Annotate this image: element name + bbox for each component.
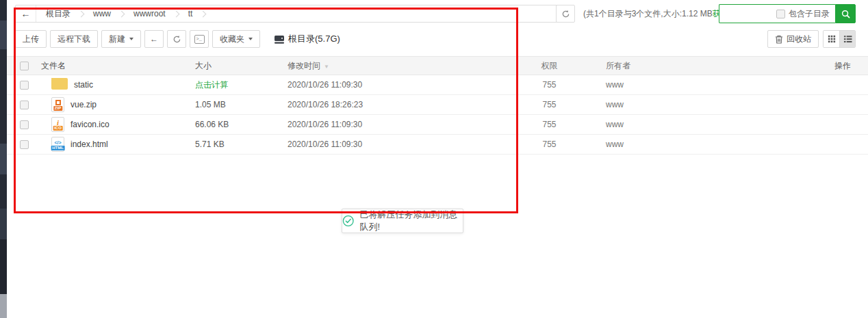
back-button[interactable]: ← bbox=[144, 30, 164, 48]
chevron-right-icon bbox=[200, 10, 207, 17]
file-type-badge: ZIP bbox=[53, 106, 62, 111]
file-icon-slot: iICO bbox=[51, 117, 64, 132]
recycle-bin-button[interactable]: 回收站 bbox=[767, 30, 819, 48]
file-size: 66.06 KB bbox=[195, 120, 288, 129]
file-type-badge: ICO bbox=[53, 126, 63, 131]
toolbar-right: 回收站 bbox=[767, 30, 856, 48]
header-permission[interactable]: 权限 bbox=[507, 60, 592, 72]
include-subdir-label: 包含子目录 bbox=[789, 8, 830, 20]
header-filename[interactable]: 文件名 bbox=[41, 60, 195, 72]
file-name[interactable]: favicon.ico bbox=[71, 120, 110, 129]
ico-file-icon: iICO bbox=[51, 117, 64, 132]
check-circle-icon bbox=[342, 214, 354, 228]
file-name[interactable]: vue.zip bbox=[71, 100, 97, 109]
grid-view-icon bbox=[828, 35, 836, 43]
file-permission: 755 bbox=[507, 140, 592, 149]
file-owner: www bbox=[592, 140, 729, 149]
chevron-down-icon bbox=[129, 38, 133, 40]
search-icon bbox=[841, 9, 851, 19]
breadcrumb-item[interactable]: 根目录 bbox=[36, 8, 73, 20]
row-checkbox[interactable] bbox=[20, 120, 29, 129]
panel-sidebar-edge bbox=[0, 0, 7, 318]
file-size[interactable]: 点击计算 bbox=[195, 79, 288, 91]
stats-text: (共1个目录与3个文件,大小:1.12 MB bbox=[583, 8, 713, 20]
toast-notification: 已将解压任务添加到消息队列! bbox=[342, 209, 463, 233]
terminal-button[interactable]: >_ bbox=[190, 30, 209, 48]
table-row[interactable]: static 点击计算 2020/10/26 11:09:30 755 www bbox=[7, 75, 868, 95]
file-name[interactable]: static bbox=[74, 80, 93, 90]
table-row[interactable]: </>HTML index.html 5.71 KB 2020/10/26 11… bbox=[7, 135, 868, 155]
favorites-button-label: 收藏夹 bbox=[220, 34, 244, 45]
zip-glyph bbox=[55, 100, 61, 105]
file-mtime: 2020/10/26 11:09:30 bbox=[288, 120, 507, 129]
header-size[interactable]: 大小 bbox=[195, 60, 288, 72]
file-icon-slot: ZIP bbox=[51, 97, 64, 112]
file-table: 文件名 大小 修改时间▼ 权限 所有者 操作 static 点击计算 2020/… bbox=[7, 56, 868, 155]
file-glyph: </> bbox=[54, 140, 61, 145]
upload-button[interactable]: 上传 bbox=[15, 30, 47, 48]
refresh-icon bbox=[173, 35, 181, 44]
search-input[interactable]: 包含子目录 bbox=[719, 4, 835, 23]
breadcrumb: ← 根目录wwwwwwroottt bbox=[15, 5, 558, 23]
toolbar: 上传 远程下载 新建 ← >_ 收藏夹 根目录(5.7G) bbox=[15, 30, 856, 48]
file-mtime: 2020/10/26 11:09:30 bbox=[288, 140, 507, 149]
refresh-icon bbox=[561, 10, 570, 18]
table-header: 文件名 大小 修改时间▼ 权限 所有者 操作 bbox=[7, 56, 868, 75]
trash-icon bbox=[775, 35, 783, 44]
table-body: static 点击计算 2020/10/26 11:09:30 755 www … bbox=[7, 75, 868, 155]
table-row[interactable]: iICO favicon.ico 66.06 KB 2020/10/26 11:… bbox=[7, 115, 868, 135]
new-button-label: 新建 bbox=[109, 34, 125, 45]
file-icon-slot bbox=[51, 78, 68, 92]
reload-button[interactable] bbox=[167, 30, 186, 48]
file-permission: 755 bbox=[507, 100, 592, 109]
remote-download-button[interactable]: 远程下载 bbox=[50, 30, 98, 48]
list-view-icon bbox=[843, 35, 852, 43]
select-all-checkbox[interactable] bbox=[20, 62, 29, 70]
file-mtime: 2020/10/26 11:09:30 bbox=[288, 80, 507, 90]
sort-desc-icon: ▼ bbox=[324, 64, 329, 70]
grid-view-button[interactable] bbox=[824, 31, 839, 47]
row-checkbox[interactable] bbox=[20, 101, 29, 109]
favorites-button[interactable]: 收藏夹 bbox=[212, 30, 260, 48]
toast-message: 已将解压任务添加到消息队列! bbox=[359, 209, 463, 233]
header-action: 操作 bbox=[729, 60, 868, 72]
root-disk-text: 根目录(5.7G) bbox=[288, 33, 340, 45]
zip-file-icon: ZIP bbox=[51, 97, 64, 112]
breadcrumb-item[interactable]: tt bbox=[179, 9, 196, 18]
file-type-badge: HTML bbox=[51, 146, 65, 150]
view-toggle bbox=[823, 30, 856, 48]
row-checkbox[interactable] bbox=[20, 140, 29, 149]
header-owner[interactable]: 所有者 bbox=[592, 60, 729, 72]
search-area: 包含子目录 bbox=[719, 4, 856, 23]
file-owner: www bbox=[592, 100, 729, 109]
breadcrumb-item[interactable]: www bbox=[84, 9, 114, 18]
breadcrumb-item[interactable]: wwwroot bbox=[124, 9, 168, 18]
terminal-icon: >_ bbox=[194, 35, 205, 44]
file-size: 1.05 MB bbox=[195, 100, 288, 109]
new-button[interactable]: 新建 bbox=[101, 30, 141, 48]
root-disk-label[interactable]: 根目录(5.7G) bbox=[275, 33, 340, 45]
refresh-button[interactable] bbox=[556, 5, 575, 23]
list-view-button[interactable] bbox=[839, 31, 855, 47]
header-mtime[interactable]: 修改时间▼ bbox=[288, 60, 507, 72]
file-mtime: 2020/10/26 18:26:23 bbox=[288, 100, 507, 109]
breadcrumb-items: 根目录wwwwwwroottt bbox=[36, 5, 205, 22]
search-button[interactable] bbox=[835, 4, 856, 23]
file-icon-slot: </>HTML bbox=[51, 137, 64, 153]
include-subdir-checkbox[interactable] bbox=[776, 10, 785, 18]
file-owner: www bbox=[592, 120, 729, 129]
file-manager: ← 根目录wwwwwwroottt (共1个目录与3个文件,大小:1.12 MB… bbox=[7, 0, 868, 318]
row-checkbox[interactable] bbox=[20, 81, 29, 90]
chevron-down-icon bbox=[248, 38, 253, 40]
file-permission: 755 bbox=[507, 80, 592, 90]
file-permission: 755 bbox=[507, 120, 592, 129]
hard-drive-icon bbox=[275, 35, 284, 44]
table-row[interactable]: ZIP vue.zip 1.05 MB 2020/10/26 18:26:23 … bbox=[7, 95, 868, 115]
html-file-icon: </>HTML bbox=[51, 137, 64, 152]
file-name[interactable]: index.html bbox=[71, 140, 108, 149]
file-owner: www bbox=[592, 80, 729, 90]
back-arrow-icon[interactable]: ← bbox=[16, 5, 36, 22]
directory-stats: (共1个目录与3个文件,大小:1.12 MB 获取 ) bbox=[583, 5, 732, 23]
file-size: 5.71 KB bbox=[195, 140, 288, 149]
folder-icon bbox=[51, 78, 68, 90]
